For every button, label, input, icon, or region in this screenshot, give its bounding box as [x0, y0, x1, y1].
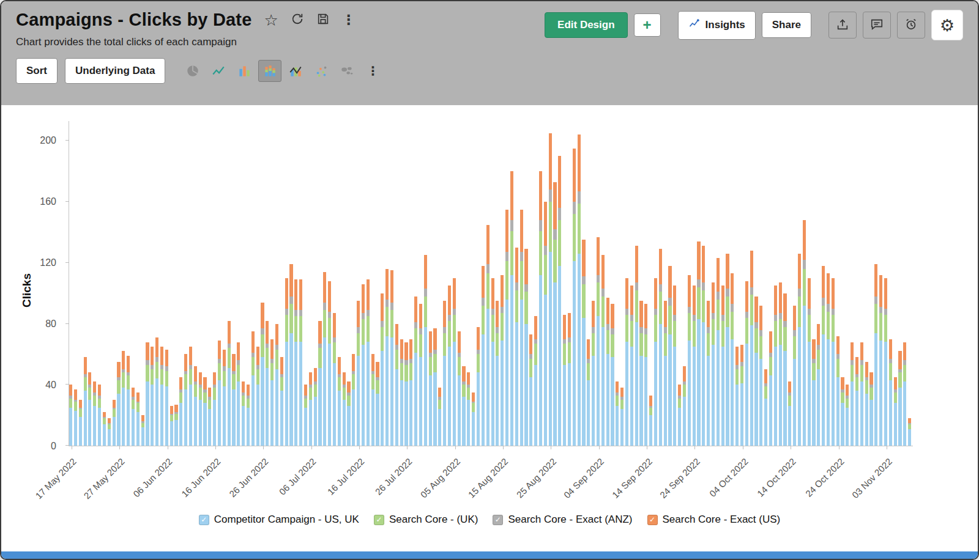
stacked-bar[interactable] [223, 121, 226, 446]
stacked-bar[interactable] [616, 121, 619, 446]
stacked-bar[interactable] [477, 121, 480, 446]
chart-type-more-button[interactable]: ⋮ [361, 60, 384, 82]
stacked-bar[interactable] [644, 121, 647, 446]
stacked-bar[interactable] [429, 121, 432, 446]
stacked-bar[interactable] [735, 121, 739, 446]
stacked-bar[interactable] [98, 121, 101, 446]
stacked-bar[interactable] [635, 121, 638, 446]
legend-item-search-core-exact-us[interactable]: ✓ Search Core - Exact (US) [647, 514, 781, 526]
stacked-bar[interactable] [218, 121, 221, 446]
stacked-bar[interactable] [199, 121, 202, 446]
bar-chart-icon[interactable] [233, 60, 256, 82]
stacked-bar[interactable] [237, 121, 240, 446]
stacked-bar[interactable] [404, 121, 408, 446]
stacked-bar[interactable] [103, 121, 106, 446]
stacked-bar[interactable] [496, 121, 499, 446]
stacked-bar[interactable] [851, 121, 854, 446]
stacked-bar[interactable] [889, 121, 892, 446]
stacked-bar[interactable] [424, 121, 427, 446]
stacked-bar[interactable] [558, 121, 561, 446]
stacked-bar[interactable] [510, 121, 513, 446]
stacked-bar[interactable] [376, 121, 379, 446]
stacked-bar[interactable] [318, 121, 321, 446]
stacked-bar[interactable] [482, 121, 485, 446]
stacked-bar[interactable] [122, 121, 125, 446]
stacked-bar[interactable] [314, 121, 317, 446]
stacked-bar[interactable] [587, 121, 590, 446]
save-button[interactable] [316, 12, 330, 28]
refresh-button[interactable] [291, 12, 304, 28]
stacked-bar[interactable] [783, 121, 786, 446]
stacked-bar[interactable] [443, 121, 446, 446]
stacked-bar[interactable] [213, 121, 216, 446]
stacked-bar[interactable] [141, 121, 144, 446]
stacked-bar[interactable] [367, 121, 370, 446]
stacked-bar[interactable] [601, 121, 605, 446]
stacked-bar[interactable] [894, 121, 897, 446]
stacked-bar[interactable] [754, 121, 758, 446]
stacked-bar[interactable] [515, 121, 518, 446]
stacked-bar[interactable] [146, 121, 149, 446]
stacked-bar[interactable] [649, 121, 652, 446]
stacked-bar[interactable] [165, 121, 168, 446]
stacked-bar[interactable] [874, 121, 877, 446]
stacked-bar[interactable] [395, 121, 398, 446]
stacked-bar[interactable] [668, 121, 671, 446]
share-button[interactable]: Share [762, 12, 811, 38]
stacked-bar[interactable] [832, 121, 835, 446]
stacked-bar[interactable] [280, 121, 283, 446]
stacked-bar[interactable] [362, 121, 365, 446]
stacked-bar[interactable] [702, 121, 705, 446]
stacked-bar[interactable] [721, 121, 724, 446]
stacked-bar[interactable] [117, 121, 120, 446]
stacked-bar[interactable] [597, 121, 600, 446]
stacked-bar[interactable] [309, 121, 312, 446]
sort-button[interactable]: Sort [16, 58, 58, 84]
stacked-bar[interactable] [170, 121, 173, 446]
stacked-bar[interactable] [693, 121, 696, 446]
stacked-bar[interactable] [390, 121, 393, 446]
stacked-bar[interactable] [745, 121, 748, 446]
legend-checkbox[interactable]: ✓ [647, 515, 658, 525]
stacked-bar[interactable] [568, 121, 571, 446]
stacked-bar[interactable] [409, 121, 412, 446]
stacked-bar[interactable] [352, 121, 355, 446]
stacked-bar[interactable] [505, 121, 508, 446]
edit-design-button[interactable]: Edit Design [545, 12, 628, 38]
stacked-bar[interactable] [803, 121, 806, 446]
stacked-bar[interactable] [534, 121, 537, 446]
stacked-bar[interactable] [228, 121, 231, 446]
add-button[interactable]: + [634, 13, 661, 37]
stacked-bar[interactable] [433, 121, 436, 446]
stacked-bar[interactable] [448, 121, 451, 446]
stacked-bar[interactable] [132, 121, 135, 446]
stacked-bar[interactable] [836, 121, 839, 446]
stacked-bar[interactable] [865, 121, 868, 446]
stacked-bar[interactable] [764, 121, 767, 446]
export-button[interactable] [828, 12, 857, 39]
stacked-bar[interactable] [136, 121, 140, 446]
stacked-bar[interactable] [323, 121, 326, 446]
stacked-bar[interactable] [247, 121, 250, 446]
stacked-bar[interactable] [179, 121, 182, 446]
stacked-bar[interactable] [69, 121, 72, 446]
stacked-bar[interactable] [333, 121, 336, 446]
stacked-bar[interactable] [93, 121, 96, 446]
stacked-bar[interactable] [256, 121, 259, 446]
stacked-bar[interactable] [74, 121, 77, 446]
stacked-bar[interactable] [520, 121, 523, 446]
stacked-bar[interactable] [275, 121, 278, 446]
stacked-bar[interactable] [879, 121, 882, 446]
settings-button[interactable]: ⚙ [931, 10, 963, 40]
stacked-bar[interactable] [683, 121, 686, 446]
stacked-bar[interactable] [194, 121, 197, 446]
stacked-bar[interactable] [740, 121, 743, 446]
stacked-bar[interactable] [304, 121, 307, 446]
stacked-bar[interactable] [606, 121, 609, 446]
stacked-bar[interactable] [639, 121, 642, 446]
stacked-bar[interactable] [664, 121, 667, 446]
stacked-bar[interactable] [203, 121, 206, 446]
stacked-bar[interactable] [289, 121, 292, 446]
stacked-bar[interactable] [769, 121, 772, 446]
stacked-bar[interactable] [846, 121, 849, 446]
